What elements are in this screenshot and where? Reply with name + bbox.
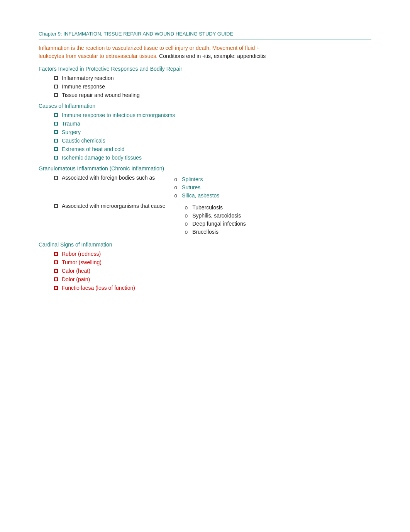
- list-subitem: oTuberculosis: [185, 204, 246, 211]
- list-item-text: Immune response to infectious microorgan…: [62, 112, 175, 118]
- bullet-icon: [54, 139, 58, 143]
- list-item-text: Associated with microorganisms that caus…: [62, 203, 165, 209]
- o-bullet-icon: o: [185, 221, 188, 227]
- section-heading-granulomatous: Granulomatous Inflammation (Chronic Infl…: [39, 165, 371, 172]
- bullet-icon: [54, 260, 58, 264]
- list-item: Functio laesa (loss of function): [54, 285, 371, 291]
- section-cardinal: Cardinal Signs of InflammationRubor (red…: [39, 241, 371, 291]
- list-item-text: Inflammatory reaction: [62, 75, 114, 81]
- bullet-icon: [54, 176, 58, 180]
- bullet-icon: [54, 204, 58, 208]
- list-subitem: oBrucellosis: [185, 229, 246, 235]
- section-heading-cardinal: Cardinal Signs of Inflammation: [39, 241, 371, 248]
- bullet-icon: [54, 113, 58, 117]
- list-item-text: Functio laesa (loss of function): [62, 285, 135, 291]
- list-item-text: Calor (heat): [62, 268, 90, 274]
- list-item: Caustic chemicals: [54, 138, 371, 144]
- section-factors: Factors Involved in Protective Responses…: [39, 66, 371, 98]
- list-item: Tissue repair and wound healing: [54, 92, 371, 98]
- list-item-text: Rubor (redness): [62, 251, 101, 257]
- intro-line1: Inflammation is the reaction to vascular…: [39, 45, 259, 51]
- o-bullet-icon: o: [185, 229, 188, 235]
- list-subitem-text: Sutures: [182, 184, 200, 190]
- list-subitem: oSplinters: [174, 176, 219, 182]
- section-heading-factors: Factors Involved in Protective Responses…: [39, 66, 371, 72]
- o-bullet-icon: o: [174, 192, 177, 199]
- o-bullet-icon: o: [174, 184, 177, 190]
- list-item: Inflammatory reaction: [54, 75, 371, 81]
- bullet-icon: [54, 286, 58, 290]
- list-item-text: Tumor (swelling): [62, 259, 102, 265]
- o-bullet-icon: o: [185, 204, 188, 211]
- bullet-icon: [54, 76, 58, 80]
- list-item: Extremes of heat and cold: [54, 146, 371, 152]
- chapter-title: Chapter 9: INFLAMMATION, TISSUE REPAIR A…: [39, 31, 371, 39]
- list-subitem: oSilica, asbestos: [174, 192, 219, 199]
- list-item: Immune response to infectious microorgan…: [54, 112, 371, 118]
- section-heading-causes: Causes of Inflammation: [39, 103, 371, 109]
- list-item: Dolor (pain): [54, 276, 371, 282]
- section-causes: Causes of InflammationImmune response to…: [39, 103, 371, 161]
- bullet-icon: [54, 122, 58, 126]
- bullet-icon: [54, 156, 58, 160]
- list-subitem-text: Splinters: [182, 176, 203, 182]
- list-item: Ischemic damage to body tissues: [54, 155, 371, 161]
- bullet-icon: [54, 93, 58, 97]
- o-bullet-icon: o: [185, 212, 188, 219]
- bullet-icon: [54, 252, 58, 256]
- list-item: Immune response: [54, 83, 371, 90]
- intro-paragraph: Inflammation is the reaction to vascular…: [39, 44, 371, 60]
- list-subitem-text: Syphilis, sarcoidosis: [192, 212, 241, 219]
- list-item-text: Surgery: [62, 129, 81, 135]
- intro-conditions: Conditions end in -itis, example: append…: [158, 53, 266, 59]
- bullet-icon: [54, 277, 58, 281]
- section-granulomatous: Granulomatous Inflammation (Chronic Infl…: [39, 165, 371, 237]
- list-item-text: Associated with foreign bodies such as: [62, 175, 155, 181]
- list-item-text: Dolor (pain): [62, 276, 90, 282]
- list-item-text: Ischemic damage to body tissues: [62, 155, 142, 161]
- list-subitem: oDeep fungal infections: [185, 221, 246, 227]
- list-item-text: Trauma: [62, 121, 80, 127]
- list-item-text: Extremes of heat and cold: [62, 146, 125, 152]
- list-subitem: oSyphilis, sarcoidosis: [185, 212, 246, 219]
- bullet-icon: [54, 147, 58, 151]
- list-item: Surgery: [54, 129, 371, 135]
- intro-line2: leukocytes from vascular to extravascula…: [39, 53, 158, 59]
- list-item: Rubor (redness): [54, 251, 371, 257]
- o-bullet-icon: o: [174, 176, 177, 182]
- bullet-icon: [54, 269, 58, 273]
- list-subitem-text: Tuberculosis: [192, 204, 223, 211]
- list-item-text: Immune response: [62, 83, 105, 90]
- list-subitem: oSutures: [174, 184, 219, 190]
- bullet-icon: [54, 130, 58, 134]
- list-item: Tumor (swelling): [54, 259, 371, 265]
- bullet-icon: [54, 85, 58, 88]
- list-item-text: Caustic chemicals: [62, 138, 105, 144]
- list-item: Calor (heat): [54, 268, 371, 274]
- list-subitem-text: Silica, asbestos: [182, 192, 219, 199]
- list-subitem-text: Deep fungal infections: [192, 221, 246, 227]
- list-item-text: Tissue repair and wound healing: [62, 92, 140, 98]
- list-item: Trauma: [54, 121, 371, 127]
- list-item: Associated with microorganisms that caus…: [54, 203, 371, 237]
- list-subitem-text: Brucellosis: [192, 229, 219, 235]
- list-item: Associated with foreign bodies such asoS…: [54, 175, 371, 201]
